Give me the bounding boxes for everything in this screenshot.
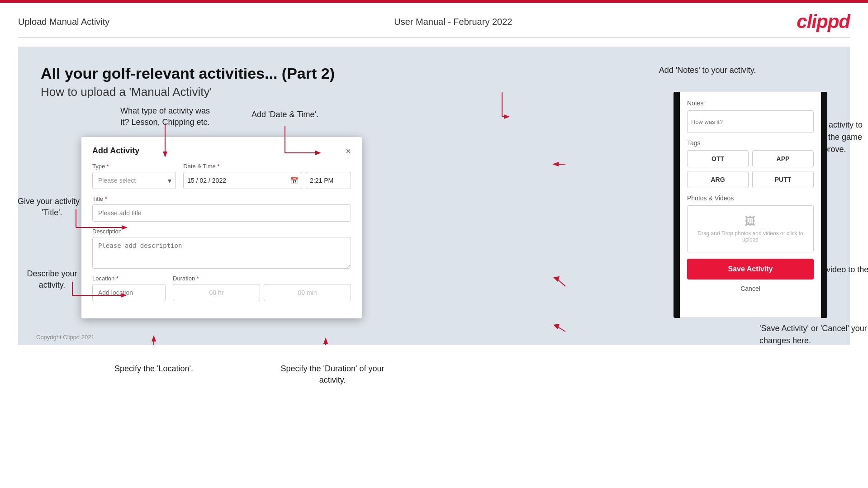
phone-notes-label: Notes	[687, 99, 814, 107]
dialog-title: Add Activity	[92, 146, 139, 156]
annotation-duration: Specify the 'Duration' of your activity.	[276, 363, 389, 386]
description-group: Description	[92, 228, 351, 269]
tag-putt[interactable]: PUTT	[752, 171, 814, 188]
form-row-type-datetime: Type * Please select Date & Time *	[92, 163, 351, 189]
datetime-group: Date & Time * 15 / 02 / 2022 📅	[183, 163, 351, 189]
photo-drop-text: Drag and Drop photos and videos or click…	[697, 230, 804, 243]
description-textarea[interactable]	[92, 237, 351, 269]
svg-marker-22	[553, 276, 560, 282]
annotation-describe: Describe your activity.	[14, 268, 90, 291]
title-label: Title *	[92, 195, 351, 202]
svg-line-23	[558, 327, 565, 332]
description-label: Description	[92, 228, 351, 235]
tags-grid: OTT APP ARG PUTT	[687, 150, 814, 188]
phone-right-bar	[821, 92, 827, 318]
location-input[interactable]	[92, 284, 166, 301]
annotation-location: Specify the 'Location'.	[109, 363, 199, 374]
header-center: User Manual - February 2022	[394, 17, 512, 27]
annotation-datetime: Add 'Date & Time'.	[240, 109, 330, 120]
duration-min-input[interactable]	[264, 284, 351, 301]
main-content: All your golf-relevant activities... (Pa…	[18, 47, 850, 345]
svg-marker-18	[504, 114, 510, 119]
title-group: Title *	[92, 195, 351, 222]
dialog-backdrop: Add Activity × Type * Please select	[81, 137, 362, 318]
annotation-give-title: Give your activity a 'Title'.	[14, 196, 90, 218]
type-label: Type *	[92, 163, 176, 170]
copyright: Copyright Clippd 2021	[36, 334, 95, 341]
close-button[interactable]: ×	[346, 147, 351, 156]
svg-marker-20	[552, 162, 559, 166]
datetime-inputs: 15 / 02 / 2022 📅	[183, 172, 351, 189]
svg-marker-13	[152, 335, 156, 341]
add-activity-dialog: Add Activity × Type * Please select	[81, 137, 362, 318]
svg-marker-24	[553, 324, 560, 329]
location-label: Location *	[92, 275, 166, 282]
header-logo: clippd	[797, 11, 850, 33]
phone-notes-input[interactable]	[687, 110, 814, 133]
location-group: Location *	[92, 275, 166, 301]
tag-arg[interactable]: ARG	[687, 171, 749, 188]
datetime-label: Date & Time *	[183, 163, 351, 170]
header-left: Upload Manual Activity	[18, 17, 109, 27]
dialog-header: Add Activity ×	[92, 146, 351, 156]
duration-group: Duration *	[173, 275, 351, 301]
duration-inputs	[173, 284, 351, 301]
phone-panel: Notes Tags OTT APP ARG PUTT Photos & Vid…	[674, 92, 827, 318]
save-activity-button[interactable]: Save Activity	[687, 259, 814, 280]
form-row-location-duration: Location * Duration *	[92, 275, 351, 301]
time-input[interactable]	[306, 172, 351, 189]
phone-screen: Notes Tags OTT APP ARG PUTT Photos & Vid…	[680, 92, 821, 318]
svg-line-21	[558, 280, 565, 286]
svg-marker-15	[323, 337, 328, 344]
phone-photos-label: Photos & Videos	[687, 194, 814, 202]
cancel-link[interactable]: Cancel	[687, 285, 814, 292]
tag-ott[interactable]: OTT	[687, 150, 749, 167]
header: Upload Manual Activity User Manual - Feb…	[0, 3, 868, 37]
photo-icon: 🖼	[697, 215, 804, 227]
date-input[interactable]: 15 / 02 / 2022 📅	[183, 172, 302, 189]
annotation-notes: Add 'Notes' to your activity.	[655, 65, 759, 76]
duration-label: Duration *	[173, 275, 351, 282]
annotation-save: 'Save Activity' or 'Cancel' your changes…	[759, 322, 868, 347]
phone-left-bar	[674, 92, 680, 318]
type-group: Type * Please select	[92, 163, 176, 189]
divider	[18, 37, 850, 38]
photo-drop-area[interactable]: 🖼 Drag and Drop photos and videos or cli…	[687, 205, 814, 252]
title-input[interactable]	[92, 204, 351, 222]
phone-frame: Notes Tags OTT APP ARG PUTT Photos & Vid…	[674, 92, 827, 318]
type-select[interactable]: Please select	[92, 172, 176, 189]
duration-hr-input[interactable]	[173, 284, 260, 301]
tag-app[interactable]: APP	[752, 150, 814, 167]
type-select-wrapper[interactable]: Please select	[92, 172, 176, 189]
annotation-what-type: What type of activity was it? Lesson, Ch…	[115, 105, 215, 128]
phone-tags-label: Tags	[687, 139, 814, 147]
